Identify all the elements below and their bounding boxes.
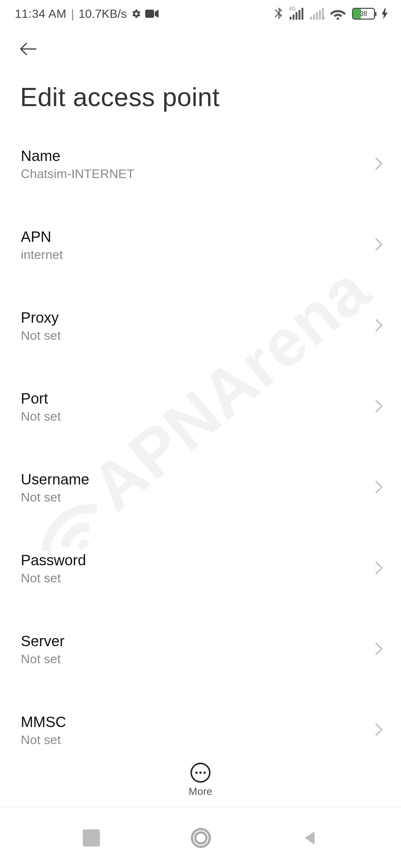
signal-sim2: ✕	[310, 8, 324, 20]
chevron-right-icon	[374, 560, 384, 577]
setting-row-mmsc[interactable]: MMSC Not set	[0, 700, 401, 753]
chevron-right-icon	[374, 480, 384, 496]
header-row	[0, 27, 401, 61]
setting-value: Chatsim-INTERNET	[21, 167, 365, 181]
setting-row-username[interactable]: Username Not set	[0, 458, 401, 518]
gear-icon	[130, 8, 141, 19]
status-separator: |	[71, 7, 74, 21]
chevron-right-icon	[374, 722, 384, 739]
setting-label: Server	[21, 633, 365, 650]
setting-label: MMSC	[21, 714, 365, 730]
setting-value: Not set	[21, 733, 365, 747]
setting-row-apn[interactable]: APN internet	[0, 215, 401, 275]
more-icon	[190, 763, 211, 783]
setting-label: Name	[21, 148, 365, 164]
battery-percent: 38	[353, 10, 374, 18]
setting-row-name[interactable]: Name Chatsim-INTERNET	[0, 134, 401, 194]
setting-row-password[interactable]: Password Not set	[0, 539, 401, 599]
battery-indicator: 38	[352, 8, 375, 20]
setting-label: Username	[21, 471, 365, 488]
more-label: More	[189, 786, 212, 798]
chevron-right-icon	[374, 399, 384, 415]
video-icon	[145, 9, 159, 19]
nav-back-button[interactable]	[302, 830, 318, 846]
setting-value: Not set	[21, 571, 365, 585]
navigation-bar	[0, 807, 401, 868]
signal-gen-label: 4G	[289, 6, 296, 11]
setting-value: Not set	[21, 652, 365, 666]
setting-label: Proxy	[21, 309, 365, 326]
setting-row-server[interactable]: Server Not set	[0, 619, 401, 680]
status-bar: 11:34 AM | 10.7KB/s 4G ✕	[0, 0, 401, 27]
nav-home-button[interactable]	[191, 828, 211, 848]
back-button[interactable]	[18, 39, 39, 59]
setting-row-port[interactable]: Port Not set	[0, 377, 401, 437]
chevron-right-icon	[374, 156, 384, 172]
status-right: 4G ✕ 38	[274, 7, 388, 20]
setting-label: Port	[21, 390, 365, 407]
charging-icon	[382, 8, 388, 19]
svg-rect-0	[145, 10, 154, 18]
setting-value: Not set	[21, 409, 365, 424]
chevron-right-icon	[374, 237, 384, 253]
signal-no-service-icon: ✕	[322, 15, 326, 21]
status-time: 11:34 AM	[15, 7, 66, 21]
content-area: Edit access point Name Chatsim-INTERNET …	[0, 27, 401, 753]
setting-value: Not set	[21, 328, 365, 343]
setting-value: internet	[21, 247, 365, 262]
chevron-right-icon	[374, 318, 384, 334]
setting-label: Password	[21, 552, 365, 569]
settings-list: Name Chatsim-INTERNET APN internet Proxy…	[0, 119, 401, 753]
status-left: 11:34 AM | 10.7KB/s	[15, 7, 159, 21]
wifi-icon	[330, 8, 345, 20]
bottom-action-bar: More	[0, 753, 401, 807]
more-button[interactable]: More	[189, 763, 212, 798]
page-title: Edit access point	[0, 61, 401, 119]
setting-value: Not set	[21, 490, 365, 504]
nav-recent-button[interactable]	[83, 829, 100, 846]
setting-row-proxy[interactable]: Proxy Not set	[0, 296, 401, 356]
chevron-right-icon	[374, 641, 384, 658]
setting-label: APN	[21, 228, 365, 245]
bluetooth-icon	[274, 7, 283, 20]
status-data-rate: 10.7KB/s	[79, 7, 127, 21]
signal-sim1: 4G	[290, 8, 303, 20]
